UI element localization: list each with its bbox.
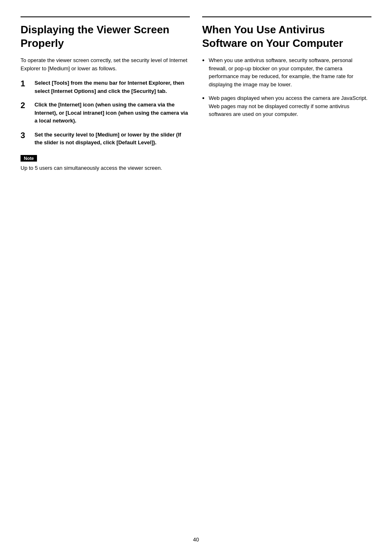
bullet-dot-2: • xyxy=(202,94,205,102)
step-item-2: 2 Click the [Internet] icon (when using … xyxy=(21,101,190,125)
bullet-list: • When you use antivirus software, secur… xyxy=(202,56,371,118)
bullet-text-2: Web pages displayed when you access the … xyxy=(209,94,371,118)
step-number-2: 2 xyxy=(21,101,30,110)
note-label: Note xyxy=(21,155,37,162)
step-item-1: 1 Select [Tools] from the menu bar for I… xyxy=(21,79,190,95)
bullet-item-1: • When you use antivirus software, secur… xyxy=(202,56,371,88)
left-column: Displaying the Viewer Screen Properly To… xyxy=(21,16,190,172)
left-intro: To operate the viewer screen correctly, … xyxy=(21,56,190,72)
note-box: Note Up to 5 users can simultaneously ac… xyxy=(21,155,190,172)
page-number: 40 xyxy=(193,536,199,543)
main-columns: Displaying the Viewer Screen Properly To… xyxy=(21,16,371,172)
step-text-2: Click the [Internet] icon (when using th… xyxy=(35,101,190,125)
note-text: Up to 5 users can simultaneously access … xyxy=(21,164,190,172)
step-text-1: Select [Tools] from the menu bar for Int… xyxy=(35,79,190,95)
page: Displaying the Viewer Screen Properly To… xyxy=(0,0,392,555)
bullet-item-2: • Web pages displayed when you access th… xyxy=(202,94,371,118)
step-number-3: 3 xyxy=(21,131,30,140)
step-number-1: 1 xyxy=(21,79,30,88)
step-text-3: Set the security level to [Medium] or lo… xyxy=(35,131,190,147)
step-list: 1 Select [Tools] from the menu bar for I… xyxy=(21,79,190,147)
bullet-dot-1: • xyxy=(202,56,205,64)
right-section-title: When You Use Antivirus Software on Your … xyxy=(202,23,371,50)
bullet-text-1: When you use antivirus software, securit… xyxy=(209,56,371,88)
left-section-title: Displaying the Viewer Screen Properly xyxy=(21,23,190,50)
step-item-3: 3 Set the security level to [Medium] or … xyxy=(21,131,190,147)
right-column: When You Use Antivirus Software on Your … xyxy=(202,16,371,124)
